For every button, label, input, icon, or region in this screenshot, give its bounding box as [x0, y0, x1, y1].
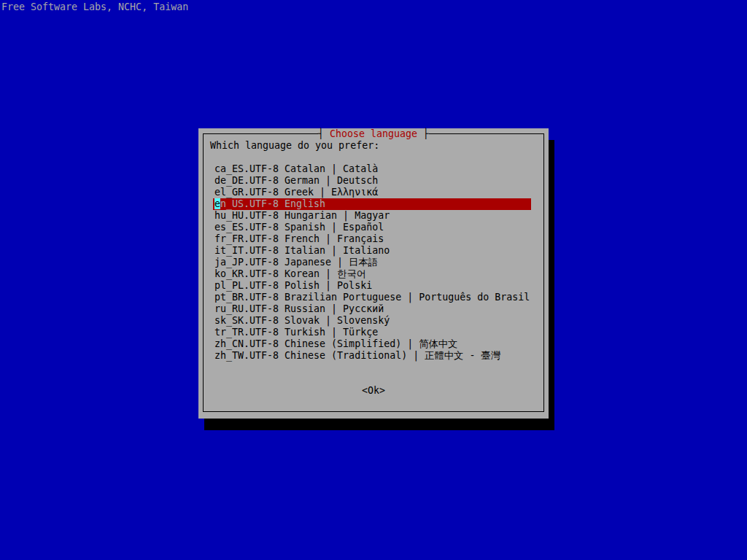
language-option[interactable]: fr_FR.UTF-8 French | Français: [213, 233, 531, 245]
language-option[interactable]: de_DE.UTF-8 German | Deutsch: [213, 175, 531, 187]
ok-button[interactable]: <Ok>: [362, 385, 385, 396]
language-option[interactable]: pt_BR.UTF-8 Brazilian Portuguese | Portu…: [213, 292, 531, 303]
prompt-label: Which language do you prefer:: [210, 140, 379, 152]
language-option[interactable]: es_ES.UTF-8 Spanish | Español: [213, 222, 531, 233]
selection-cursor: e: [214, 198, 220, 209]
language-option[interactable]: ja_JP.UTF-8 Japanese | 日本語: [213, 257, 531, 268]
language-option[interactable]: hu_HU.UTF-8 Hungarian | Magyar: [213, 210, 531, 222]
ok-button-row: <Ok>: [198, 385, 549, 397]
language-option[interactable]: zh_CN.UTF-8 Chinese (Simplified) | 简体中文: [213, 338, 531, 350]
choose-language-dialog: ┤Choose language├ Which language do you …: [198, 128, 549, 419]
language-option-selected[interactable]: en_US.UTF-8 English: [213, 198, 531, 210]
language-option[interactable]: ru_RU.UTF-8 Russian | Русский: [213, 303, 531, 315]
language-option[interactable]: sk_SK.UTF-8 Slovak | Slovenský: [213, 315, 531, 327]
language-option[interactable]: el_GR.UTF-8 Greek | Ελληνικά: [213, 187, 531, 198]
language-option[interactable]: zh_TW.UTF-8 Chinese (Traditional) | 正體中文…: [213, 350, 531, 362]
language-option[interactable]: ca_ES.UTF-8 Catalan | Català: [213, 163, 531, 175]
title-right-tee-icon: ├: [423, 128, 429, 140]
language-option[interactable]: tr_TR.UTF-8 Turkish | Türkçe: [213, 327, 531, 338]
language-option[interactable]: ko_KR.UTF-8 Korean | 한국어: [213, 268, 531, 280]
language-list[interactable]: ca_ES.UTF-8 Catalan | Catalàde_DE.UTF-8 …: [213, 163, 531, 362]
language-option[interactable]: it_IT.UTF-8 Italian | Italiano: [213, 245, 531, 257]
language-option[interactable]: pl_PL.UTF-8 Polish | Polski: [213, 280, 531, 292]
dialog-title-bar: ┤Choose language├: [198, 128, 549, 140]
dialog-title: Choose language: [324, 128, 423, 140]
title-left-tee-icon: ┤: [318, 128, 324, 140]
banner-text: Free Software Labs, NCHC, Taiwan: [1, 1, 188, 13]
